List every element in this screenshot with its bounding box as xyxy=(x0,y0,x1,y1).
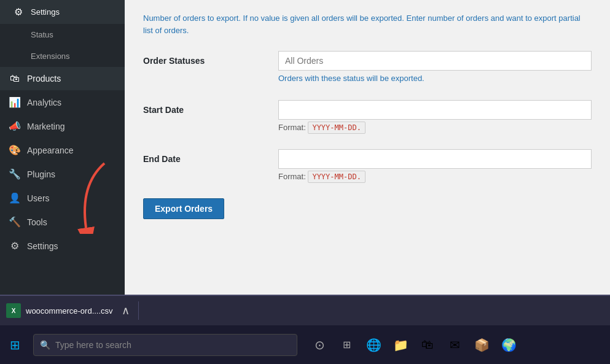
taskbar-search[interactable]: 🔍 Type here to search xyxy=(33,334,297,356)
settings-icon: ⚙ xyxy=(12,6,25,18)
settings2-icon: ⚙ xyxy=(9,240,21,252)
sidebar-item-tools[interactable]: 🔨 Tools xyxy=(0,210,125,234)
sidebar-item-settings2[interactable]: ⚙ Settings xyxy=(0,234,125,258)
start-date-field: Format: YYYY-MM-DD. xyxy=(278,100,592,132)
taskbar-chrome[interactable]: 🌍 xyxy=(496,333,521,357)
download-file: X woocommerce-ord....csv ∧ xyxy=(6,303,130,318)
order-statuses-row: Order Statuses Orders with these status … xyxy=(143,51,592,83)
sidebar-item-products[interactable]: 🛍 Products xyxy=(0,67,125,90)
end-date-field: Format: YYYY-MM-DD. xyxy=(278,149,592,181)
appearance-icon: 🎨 xyxy=(9,144,21,156)
order-statuses-label: Order Statuses xyxy=(143,51,266,66)
end-date-row: End Date Format: YYYY-MM-DD. xyxy=(143,149,592,181)
export-button-row: Export Orders xyxy=(143,198,592,219)
end-date-format: Format: YYYY-MM-DD. xyxy=(278,172,592,181)
plugins-icon: 🔧 xyxy=(9,168,21,180)
download-divider xyxy=(138,301,139,320)
order-statuses-hint: Orders with these status will be exporte… xyxy=(278,74,592,83)
order-statuses-input[interactable] xyxy=(278,51,592,71)
users-icon: 👤 xyxy=(9,192,21,204)
start-date-input[interactable] xyxy=(278,100,592,120)
marketing-icon: 📣 xyxy=(9,120,21,132)
taskbar-dropbox[interactable]: 📦 xyxy=(469,333,494,357)
start-button[interactable]: ⊞ xyxy=(0,325,29,364)
sidebar-item-status[interactable]: Status xyxy=(0,24,125,45)
download-chevron[interactable]: ∧ xyxy=(122,304,130,317)
sidebar-item-analytics[interactable]: 📊 Analytics xyxy=(0,90,125,114)
windows-taskbar: ⊞ 🔍 Type here to search ⊙ ⊞ 🌐 📁 🛍 ✉ 📦 🌍 xyxy=(0,325,610,364)
download-bar: X woocommerce-ord....csv ∧ xyxy=(0,295,610,325)
sidebar-item-users[interactable]: 👤 Users xyxy=(0,186,125,210)
end-date-format-code: YYYY-MM-DD. xyxy=(308,171,365,183)
taskbar-store[interactable]: 🛍 xyxy=(415,333,440,357)
sidebar-item-appearance[interactable]: 🎨 Appearance xyxy=(0,138,125,162)
taskbar-search-icon: 🔍 xyxy=(40,340,50,350)
download-filename: woocommerce-ord....csv xyxy=(26,306,113,316)
order-statuses-field: Orders with these status will be exporte… xyxy=(278,51,592,83)
sidebar-item-settings[interactable]: ⚙ Settings xyxy=(0,0,125,24)
start-date-format-code: YYYY-MM-DD. xyxy=(308,122,365,134)
analytics-icon: 📊 xyxy=(9,96,21,108)
end-date-input[interactable] xyxy=(278,149,592,169)
end-date-label: End Date xyxy=(143,149,266,164)
sidebar-item-extensions[interactable]: Extensions xyxy=(0,45,125,67)
start-date-label: Start Date xyxy=(143,100,266,115)
start-date-format: Format: YYYY-MM-DD. xyxy=(278,123,592,132)
taskbar-mail[interactable]: ✉ xyxy=(442,333,467,357)
products-icon: 🛍 xyxy=(9,73,21,84)
taskbar-task-view[interactable]: ⊞ xyxy=(334,333,359,357)
excel-icon: X xyxy=(6,303,21,318)
taskbar-edge[interactable]: 🌐 xyxy=(361,333,386,357)
taskbar-explorer[interactable]: 📁 xyxy=(388,333,413,357)
top-hint: Number of orders to export. If no value … xyxy=(143,12,592,36)
sidebar-item-marketing[interactable]: 📣 Marketing xyxy=(0,114,125,138)
windows-logo: ⊞ xyxy=(10,338,20,352)
taskbar-icons: ⊙ ⊞ 🌐 📁 🛍 ✉ 📦 🌍 xyxy=(307,333,521,357)
tools-icon: 🔨 xyxy=(9,216,21,228)
taskbar-cortana[interactable]: ⊙ xyxy=(307,333,332,357)
main-content: Number of orders to export. If no value … xyxy=(125,0,610,295)
sidebar-item-plugins[interactable]: 🔧 Plugins xyxy=(0,162,125,186)
sidebar: ⚙ Settings Status Extensions 🛍 Products … xyxy=(0,0,125,295)
export-orders-button[interactable]: Export Orders xyxy=(143,198,224,219)
taskbar-search-placeholder: Type here to search xyxy=(55,340,131,350)
start-date-row: Start Date Format: YYYY-MM-DD. xyxy=(143,100,592,132)
